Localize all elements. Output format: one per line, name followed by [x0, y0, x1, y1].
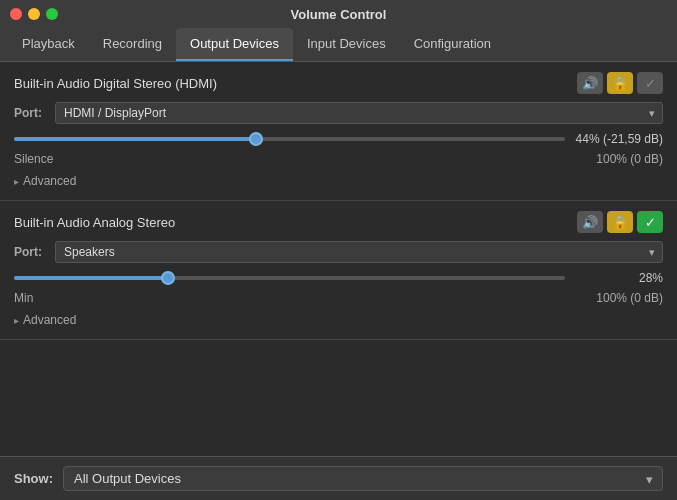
slider-track-analog	[14, 276, 565, 280]
bottom-bar: Show: All Output Devices Hardware Output…	[0, 456, 677, 500]
channel-left-analog: Min	[14, 291, 33, 305]
port-label-analog: Port:	[14, 245, 49, 259]
window-title: Volume Control	[291, 7, 387, 22]
check-button-hdmi[interactable]: ✓	[637, 72, 663, 94]
tab-input-devices[interactable]: Input Devices	[293, 28, 400, 61]
advanced-label-analog: ▸ Advanced	[14, 313, 663, 327]
show-label: Show:	[14, 471, 53, 486]
advanced-arrow-analog: ▸	[14, 315, 19, 326]
main-content: Built-in Audio Digital Stereo (HDMI) 🔊 🔒…	[0, 62, 677, 456]
show-select-wrapper[interactable]: All Output Devices Hardware Output Devic…	[63, 466, 663, 491]
lock-button-analog[interactable]: 🔒	[607, 211, 633, 233]
device-card-hdmi: Built-in Audio Digital Stereo (HDMI) 🔊 🔒…	[0, 62, 677, 201]
show-select[interactable]: All Output Devices Hardware Output Devic…	[63, 466, 663, 491]
channel-left-hdmi: Silence	[14, 152, 53, 166]
slider-track-hdmi	[14, 137, 565, 141]
advanced-label-hdmi: ▸ Advanced	[14, 174, 663, 188]
minimize-button[interactable]	[28, 8, 40, 20]
titlebar: Volume Control	[0, 0, 677, 28]
channel-row-hdmi: Silence 100% (0 dB)	[14, 152, 663, 166]
slider-analog[interactable]	[14, 269, 565, 287]
volume-label-hdmi: 44% (-21,59 dB)	[573, 132, 663, 146]
port-select-analog[interactable]: Speakers	[55, 241, 663, 263]
lock-button-hdmi[interactable]: 🔒	[607, 72, 633, 94]
channel-center-hdmi: 100% (0 dB)	[596, 152, 663, 166]
port-select-hdmi[interactable]: HDMI / DisplayPort	[55, 102, 663, 124]
volume-area-hdmi: 44% (-21,59 dB)	[14, 130, 663, 148]
slider-fill-hdmi	[14, 137, 256, 141]
tab-output-devices[interactable]: Output Devices	[176, 28, 293, 61]
mute-button-hdmi[interactable]: 🔊	[577, 72, 603, 94]
device-name-hdmi: Built-in Audio Digital Stereo (HDMI)	[14, 76, 217, 91]
port-row-hdmi: Port: HDMI / DisplayPort	[14, 102, 663, 124]
port-label-hdmi: Port:	[14, 106, 49, 120]
port-select-wrapper-analog[interactable]: Speakers	[55, 241, 663, 263]
maximize-button[interactable]	[46, 8, 58, 20]
advanced-row-analog[interactable]: ▸ Advanced	[14, 309, 663, 329]
check-button-analog[interactable]: ✓	[637, 211, 663, 233]
device-header-hdmi: Built-in Audio Digital Stereo (HDMI) 🔊 🔒…	[14, 72, 663, 94]
advanced-row-hdmi[interactable]: ▸ Advanced	[14, 170, 663, 190]
slider-thumb-hdmi[interactable]	[249, 132, 263, 146]
advanced-arrow-hdmi: ▸	[14, 176, 19, 187]
slider-thumb-analog[interactable]	[161, 271, 175, 285]
device-header-analog: Built-in Audio Analog Stereo 🔊 🔒 ✓	[14, 211, 663, 233]
volume-label-analog: 28%	[573, 271, 663, 285]
tab-configuration[interactable]: Configuration	[400, 28, 505, 61]
channel-center-analog: 100% (0 dB)	[596, 291, 663, 305]
device-card-analog: Built-in Audio Analog Stereo 🔊 🔒 ✓ Port:…	[0, 201, 677, 340]
slider-fill-analog	[14, 276, 168, 280]
tab-recording[interactable]: Recording	[89, 28, 176, 61]
device-controls-analog: 🔊 🔒 ✓	[577, 211, 663, 233]
slider-hdmi[interactable]	[14, 130, 565, 148]
volume-area-analog: 28%	[14, 269, 663, 287]
close-button[interactable]	[10, 8, 22, 20]
port-select-wrapper-hdmi[interactable]: HDMI / DisplayPort	[55, 102, 663, 124]
mute-button-analog[interactable]: 🔊	[577, 211, 603, 233]
tab-playback[interactable]: Playback	[8, 28, 89, 61]
port-row-analog: Port: Speakers	[14, 241, 663, 263]
device-controls-hdmi: 🔊 🔒 ✓	[577, 72, 663, 94]
tab-bar: Playback Recording Output Devices Input …	[0, 28, 677, 62]
titlebar-buttons	[10, 8, 58, 20]
channel-row-analog: Min 100% (0 dB)	[14, 291, 663, 305]
device-name-analog: Built-in Audio Analog Stereo	[14, 215, 175, 230]
